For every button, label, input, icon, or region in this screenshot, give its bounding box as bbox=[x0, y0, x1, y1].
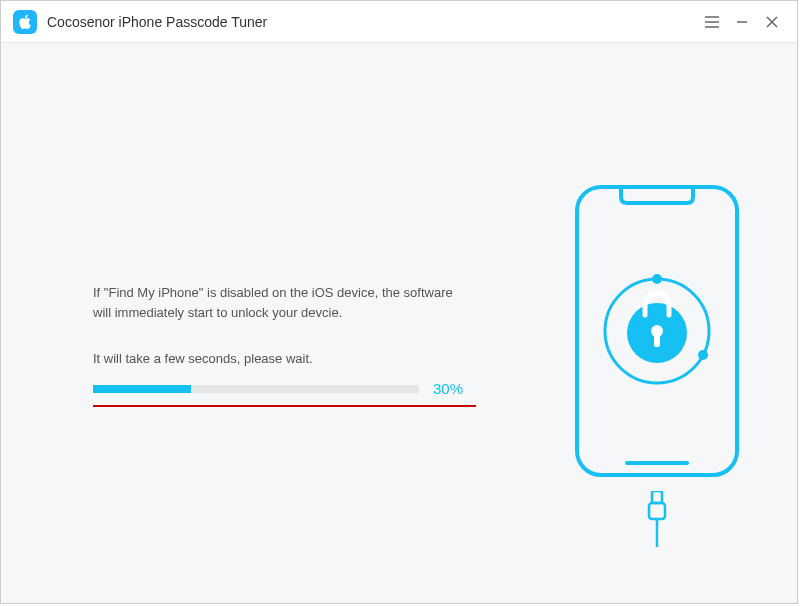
content-area: If "Find My iPhone" is disabled on the i… bbox=[1, 43, 797, 603]
info-message-2: It will take a few seconds, please wait. bbox=[93, 351, 463, 366]
progress-bar bbox=[93, 385, 419, 393]
progress-percent: 30% bbox=[433, 380, 463, 397]
menu-button[interactable] bbox=[697, 7, 727, 37]
svg-rect-15 bbox=[649, 503, 665, 519]
underline-highlight bbox=[93, 405, 476, 407]
progress-fill bbox=[93, 385, 191, 393]
app-logo bbox=[13, 10, 37, 34]
app-title: Cocosenor iPhone Passcode Tuner bbox=[47, 14, 267, 30]
svg-point-9 bbox=[652, 274, 662, 284]
minimize-icon bbox=[736, 16, 748, 28]
title-bar: Cocosenor iPhone Passcode Tuner bbox=[1, 1, 797, 43]
phone-icon bbox=[573, 183, 741, 479]
menu-icon bbox=[705, 16, 719, 28]
cable-icon bbox=[572, 491, 742, 547]
info-message-1: If "Find My iPhone" is disabled on the i… bbox=[93, 283, 463, 323]
progress-row: 30% bbox=[93, 380, 463, 397]
phone-illustration bbox=[572, 183, 742, 547]
close-icon bbox=[766, 16, 778, 28]
svg-rect-14 bbox=[652, 491, 662, 503]
apple-icon bbox=[18, 14, 32, 30]
svg-rect-13 bbox=[654, 335, 660, 347]
svg-point-10 bbox=[698, 350, 708, 360]
app-window: Cocosenor iPhone Passcode Tuner If "Find… bbox=[0, 0, 798, 604]
close-button[interactable] bbox=[757, 7, 787, 37]
minimize-button[interactable] bbox=[727, 7, 757, 37]
progress-panel: If "Find My iPhone" is disabled on the i… bbox=[93, 283, 463, 407]
